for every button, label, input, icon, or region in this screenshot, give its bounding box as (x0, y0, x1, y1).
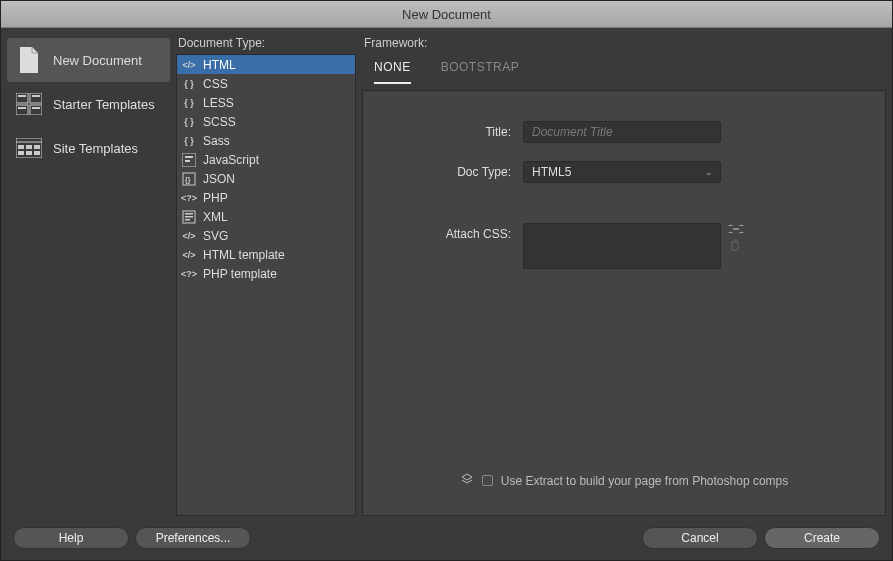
doctype-item-javascript[interactable]: JavaScript (177, 150, 355, 169)
svg-rect-4 (18, 95, 26, 97)
json-icon: {} (181, 171, 197, 187)
sidebar-item-label: New Document (53, 53, 142, 68)
svg-text:{}: {} (185, 176, 191, 184)
sidebar-item-site-templates[interactable]: Site Templates (7, 126, 170, 170)
window-titlebar: New Document (1, 1, 892, 28)
create-button[interactable]: Create (764, 527, 880, 549)
sidebar-item-new-document[interactable]: New Document (7, 38, 170, 82)
svg-rect-22 (185, 213, 193, 215)
doctype-item-label: XML (203, 210, 228, 224)
doctype-item-label: JavaScript (203, 153, 259, 167)
svg-rect-1 (30, 93, 42, 103)
doctype-item-label: HTML (203, 58, 236, 72)
doctype-item-php-template[interactable]: <?> PHP template (177, 264, 355, 283)
svg-rect-17 (185, 156, 193, 158)
starter-templates-icon (15, 90, 43, 118)
braces-icon: { } (181, 95, 197, 111)
svg-rect-2 (16, 105, 28, 115)
svg-rect-10 (18, 145, 24, 149)
document-type-column: Document Type: </> HTML { } CSS { } LESS (176, 28, 356, 516)
doctype-item-label: SVG (203, 229, 228, 243)
extract-checkbox[interactable] (482, 475, 493, 486)
doctype-item-html[interactable]: </> HTML (177, 55, 355, 74)
framework-tabs: NONE BOOTSTRAP (362, 54, 886, 84)
dialog-content: New Document Starter Templates Site Temp… (1, 28, 892, 516)
link-icon[interactable] (729, 223, 743, 235)
trash-icon (729, 239, 743, 253)
sidebar-item-label: Starter Templates (53, 97, 155, 112)
new-document-dialog: New Document New Document Starter Templa… (0, 0, 893, 561)
code-icon: </> (181, 247, 197, 263)
preferences-button[interactable]: Preferences... (135, 527, 251, 549)
xml-icon (181, 209, 197, 225)
attach-css-label: Attach CSS: (383, 223, 523, 241)
title-label: Title: (383, 121, 523, 139)
sidebar-item-starter-templates[interactable]: Starter Templates (7, 82, 170, 126)
doctype-item-svg[interactable]: </> SVG (177, 226, 355, 245)
framework-label: Framework: (362, 36, 886, 54)
svg-rect-6 (18, 107, 26, 109)
svg-rect-18 (185, 160, 190, 162)
doctype-item-css[interactable]: { } CSS (177, 74, 355, 93)
php-icon: <?> (181, 266, 197, 282)
tab-bootstrap[interactable]: BOOTSTRAP (441, 60, 520, 84)
help-button[interactable]: Help (13, 527, 129, 549)
svg-rect-14 (26, 151, 32, 155)
doctype-item-scss[interactable]: { } SCSS (177, 112, 355, 131)
title-input[interactable] (523, 121, 721, 143)
braces-icon: { } (181, 114, 197, 130)
doctype-item-html-template[interactable]: </> HTML template (177, 245, 355, 264)
svg-rect-23 (185, 216, 193, 218)
sidebar-item-label: Site Templates (53, 141, 138, 156)
attach-css-list[interactable] (523, 223, 721, 269)
document-type-label: Document Type: (176, 36, 356, 54)
doctype-item-label: PHP template (203, 267, 277, 281)
doctype-label: Doc Type: (383, 161, 523, 179)
doctype-item-label: CSS (203, 77, 228, 91)
svg-rect-24 (185, 219, 190, 221)
svg-rect-7 (32, 107, 40, 109)
doctype-item-label: SCSS (203, 115, 236, 129)
code-icon: </> (181, 228, 197, 244)
doctype-row: Doc Type: HTML5 ⌄ (383, 161, 865, 183)
svg-rect-5 (32, 95, 40, 97)
doctype-item-less[interactable]: { } LESS (177, 93, 355, 112)
tab-none[interactable]: NONE (374, 60, 411, 84)
js-icon (181, 152, 197, 168)
document-type-list[interactable]: </> HTML { } CSS { } LESS { } SCSS (176, 54, 356, 516)
framework-column: Framework: NONE BOOTSTRAP Title: Doc Typ… (356, 28, 892, 516)
braces-icon: { } (181, 133, 197, 149)
extract-row: Use Extract to build your page from Phot… (363, 472, 885, 489)
extract-text: Use Extract to build your page from Phot… (501, 474, 788, 488)
document-icon (15, 46, 43, 74)
window-title: New Document (402, 7, 491, 22)
title-row: Title: (383, 121, 865, 143)
doctype-item-label: HTML template (203, 248, 285, 262)
doctype-item-label: JSON (203, 172, 235, 186)
doctype-select[interactable]: HTML5 (523, 161, 721, 183)
svg-rect-12 (34, 145, 40, 149)
doctype-item-label: PHP (203, 191, 228, 205)
svg-rect-3 (30, 105, 42, 115)
cancel-button[interactable]: Cancel (642, 527, 758, 549)
dialog-body: New Document Starter Templates Site Temp… (1, 28, 892, 560)
svg-rect-15 (34, 151, 40, 155)
braces-icon: { } (181, 76, 197, 92)
doctype-item-label: LESS (203, 96, 234, 110)
svg-rect-11 (26, 145, 32, 149)
attach-css-row: Attach CSS: (383, 223, 865, 269)
doctype-item-xml[interactable]: XML (177, 207, 355, 226)
attach-css-actions (729, 223, 743, 253)
php-icon: <?> (181, 190, 197, 206)
doctype-item-sass[interactable]: { } Sass (177, 131, 355, 150)
doctype-item-json[interactable]: {} JSON (177, 169, 355, 188)
svg-rect-0 (16, 93, 28, 103)
extract-icon (460, 472, 474, 489)
category-sidebar: New Document Starter Templates Site Temp… (1, 28, 176, 516)
site-templates-icon (15, 134, 43, 162)
dialog-footer: Help Preferences... Cancel Create (1, 516, 892, 560)
svg-rect-13 (18, 151, 24, 155)
settings-panel: Title: Doc Type: HTML5 ⌄ Attach CSS: (362, 90, 886, 516)
doctype-item-php[interactable]: <?> PHP (177, 188, 355, 207)
code-icon: </> (181, 57, 197, 73)
